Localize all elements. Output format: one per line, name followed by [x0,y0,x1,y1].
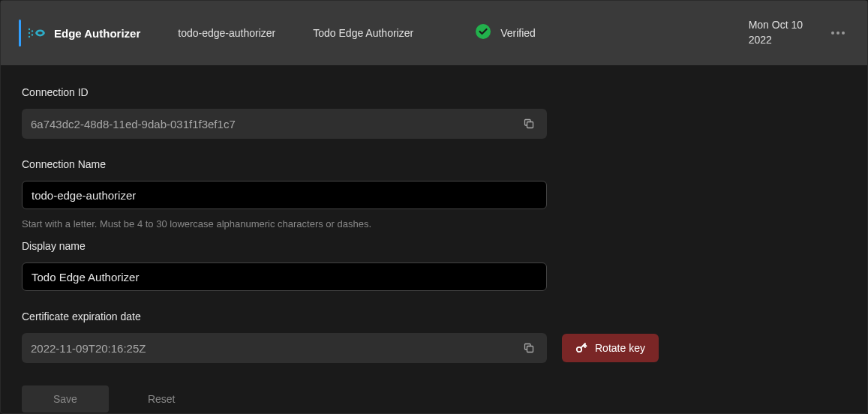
status-indicator: Verified [475,23,536,43]
connection-name-help: Start with a letter. Must be 4 to 30 low… [22,218,846,230]
svg-point-1 [29,32,30,34]
app-logo-icon [27,23,47,43]
svg-rect-6 [527,122,533,128]
svg-point-3 [32,30,33,32]
rotate-key-button[interactable]: Rotate key [562,334,659,362]
content-area: Connection ID 6a743dc2-48d8-11ed-9dab-03… [1,65,867,414]
copy-icon[interactable] [520,115,538,133]
connection-id-field: 6a743dc2-48d8-11ed-9dab-031f1f3ef1c7 [22,109,547,139]
check-circle-icon [475,23,491,43]
svg-rect-7 [527,346,533,352]
copy-icon[interactable] [520,339,538,357]
status-text: Verified [500,27,536,39]
key-icon [575,341,587,356]
reset-button[interactable]: Reset [148,393,176,405]
display-name-input[interactable] [22,262,547,291]
cert-expiration-value: 2022-11-09T20:16:25Z [31,342,520,355]
header-date: Mon Oct 10 2022 [749,18,803,47]
svg-point-2 [29,36,30,38]
save-button[interactable]: Save [22,386,109,412]
cert-expiration-label: Certificate expiration date [22,310,846,322]
display-name-label: Display name [22,240,846,252]
connection-id-value: 6a743dc2-48d8-11ed-9dab-031f1f3ef1c7 [31,118,520,130]
connection-name-input[interactable] [22,181,547,209]
cert-expiration-field: 2022-11-09T20:16:25Z [22,333,547,363]
header-accent [19,20,21,46]
connection-name-label: Connection Name [22,158,846,170]
svg-point-0 [29,28,30,30]
header-bar: Edge Authorizer todo-edge-authorizer Tod… [1,1,867,65]
svg-point-4 [32,34,33,35]
header-display-name: Todo Edge Authorizer [313,27,413,39]
header-title: Edge Authorizer [54,27,140,40]
header-connection-name: todo-edge-authorizer [178,27,275,39]
connection-id-label: Connection ID [22,86,846,98]
more-options-button[interactable] [827,27,849,39]
